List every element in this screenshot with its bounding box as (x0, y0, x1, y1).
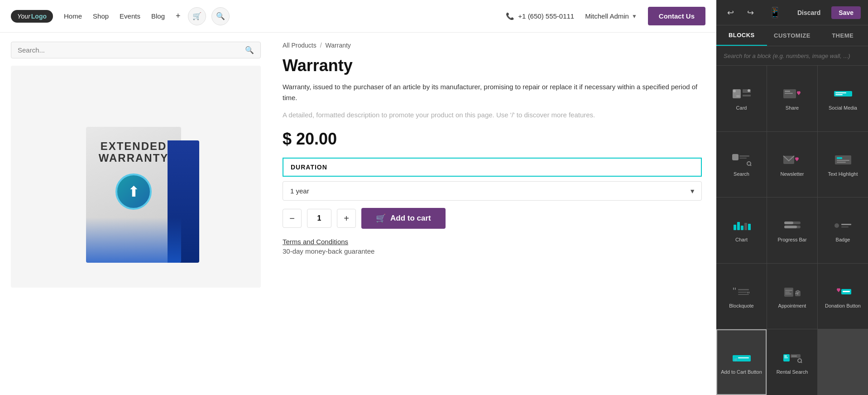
nav-links: Home Shop Events Blog + (64, 11, 180, 21)
box-text-area: EXTENDED WARRANTY ⬆ (86, 127, 181, 214)
donation-button-icon (832, 284, 854, 299)
duration-select[interactable]: 1 year 2 years 3 years (283, 181, 702, 201)
tab-customize[interactable]: CUSTOMIZE (767, 25, 818, 46)
qty-decrement-button[interactable]: − (283, 209, 302, 228)
cart-icon-btn[interactable]: 🛒 (188, 7, 206, 25)
undo-button[interactable]: ↩ (724, 5, 738, 20)
nav-home[interactable]: Home (64, 12, 82, 20)
svg-rect-25 (744, 223, 747, 230)
svg-rect-10 (835, 92, 846, 93)
newsletter-icon (782, 153, 803, 167)
product-desc-placeholder: A detailed, formatted description to pro… (283, 110, 702, 120)
qty-increment-button[interactable]: + (337, 209, 356, 228)
block-social-media[interactable]: Social Media (818, 66, 868, 131)
search-icon-btn[interactable]: 🔍 (211, 7, 230, 25)
svg-rect-52 (784, 357, 788, 358)
block-progress-bar[interactable]: Progress Bar (767, 198, 817, 263)
qty-cart-row: − + 🛒 Add to cart (283, 208, 702, 229)
search-icon[interactable]: 🔍 (245, 46, 254, 54)
save-button[interactable]: Save (831, 6, 861, 19)
chart-icon (731, 218, 753, 233)
block-chart-label: Chart (735, 236, 748, 243)
panel-tabs: BLOCKS CUSTOMIZE THEME (716, 25, 868, 46)
svg-rect-26 (748, 224, 751, 230)
admin-menu[interactable]: Mitchell Admin ▼ (585, 12, 637, 20)
svg-rect-35 (738, 289, 749, 290)
tab-theme[interactable]: THEME (817, 25, 868, 46)
product-description: Warranty, issued to the purchaser of an … (283, 82, 702, 103)
svg-rect-21 (837, 162, 846, 163)
block-progress-bar-label: Progress Bar (777, 236, 806, 243)
qty-input[interactable] (307, 209, 331, 228)
logo-logo: Logo (31, 13, 47, 20)
svg-text:": " (747, 291, 750, 298)
duration-label: DURATION (291, 164, 327, 171)
svg-rect-28 (784, 222, 793, 224)
block-search-label: Search (734, 171, 749, 177)
block-badge[interactable]: Badge (818, 198, 868, 263)
block-card[interactable]: Card (716, 66, 767, 131)
block-search[interactable]: Search (716, 132, 767, 198)
nav-add[interactable]: + (176, 11, 181, 21)
block-add-to-cart-button[interactable]: 🛒 Add to Cart Button (716, 329, 767, 395)
blocks-search-input[interactable] (724, 53, 861, 59)
block-newsletter[interactable]: Newsletter (767, 132, 817, 198)
discard-button[interactable]: Discard (792, 6, 826, 19)
redo-button[interactable]: ↪ (743, 5, 758, 20)
svg-point-31 (834, 223, 839, 228)
terms-link[interactable]: Terms and Conditions (283, 238, 702, 246)
seal-icon: ⬆ (128, 183, 140, 200)
duration-select-wrapper: 1 year 2 years 3 years ▼ (283, 181, 702, 201)
phone-icon: 📞 (506, 12, 514, 20)
svg-rect-33 (841, 226, 849, 227)
block-share[interactable]: Share (767, 66, 817, 131)
svg-rect-24 (741, 226, 743, 230)
contact-button[interactable]: Contact Us (648, 7, 705, 25)
box-bottom-accent (86, 217, 181, 263)
breadcrumb-all-products[interactable]: All Products (283, 42, 317, 49)
search-input[interactable] (18, 46, 245, 54)
block-appointment[interactable]: Appointment (767, 264, 817, 329)
svg-point-15 (747, 162, 751, 165)
block-share-label: Share (786, 105, 799, 111)
breadcrumb-separator: / (320, 42, 322, 49)
svg-rect-7 (785, 91, 790, 92)
block-newsletter-label: Newsletter (781, 171, 804, 177)
block-donation-button[interactable]: Donation Button (818, 264, 868, 329)
left-column: 🔍 EXTENDED WARRANTY ⬆ (0, 33, 272, 395)
block-rental-search[interactable]: Rental Search (767, 329, 817, 395)
block-chart[interactable]: Chart (716, 198, 767, 263)
svg-rect-4 (736, 96, 740, 96)
box-text-warranty: WARRANTY (95, 152, 172, 164)
svg-rect-22 (734, 225, 736, 230)
nav-events[interactable]: Events (120, 12, 140, 20)
add-to-cart-label: Add to cart (390, 214, 431, 223)
block-card-label: Card (736, 105, 747, 111)
share-icon (782, 87, 803, 101)
svg-point-5 (748, 89, 750, 92)
logo[interactable]: Your Logo (11, 10, 53, 23)
svg-rect-11 (835, 94, 843, 95)
nav-blog[interactable]: Blog (151, 12, 165, 20)
block-blockquote[interactable]: " " Blockquote (716, 264, 767, 329)
tab-blocks[interactable]: BLOCKS (716, 25, 767, 46)
block-social-label: Social Media (829, 105, 857, 111)
product-box: EXTENDED WARRANTY ⬆ (63, 82, 208, 272)
product-price: $ 20.00 (283, 130, 702, 149)
duration-label-box: DURATION (283, 158, 702, 177)
box-seal: ⬆ (95, 173, 172, 210)
block-text-highlight[interactable]: Text Highlight (818, 132, 868, 198)
svg-rect-2 (743, 95, 751, 96)
appointment-icon (782, 284, 803, 299)
product-title: Warranty (283, 56, 702, 75)
panel-search[interactable] (716, 46, 868, 66)
seal-circle: ⬆ (115, 173, 152, 210)
phone-number: 📞 +1 (650) 555-0111 (506, 12, 574, 20)
add-to-cart-icon: 🛒 (731, 351, 753, 365)
device-toggle-icon[interactable]: 📱 (769, 7, 781, 19)
nav-shop[interactable]: Shop (93, 12, 109, 20)
add-to-cart-button[interactable]: 🛒 Add to cart (361, 208, 446, 229)
svg-rect-40 (785, 290, 792, 291)
search-bar[interactable]: 🔍 (11, 42, 261, 58)
text-highlight-icon (832, 153, 854, 167)
